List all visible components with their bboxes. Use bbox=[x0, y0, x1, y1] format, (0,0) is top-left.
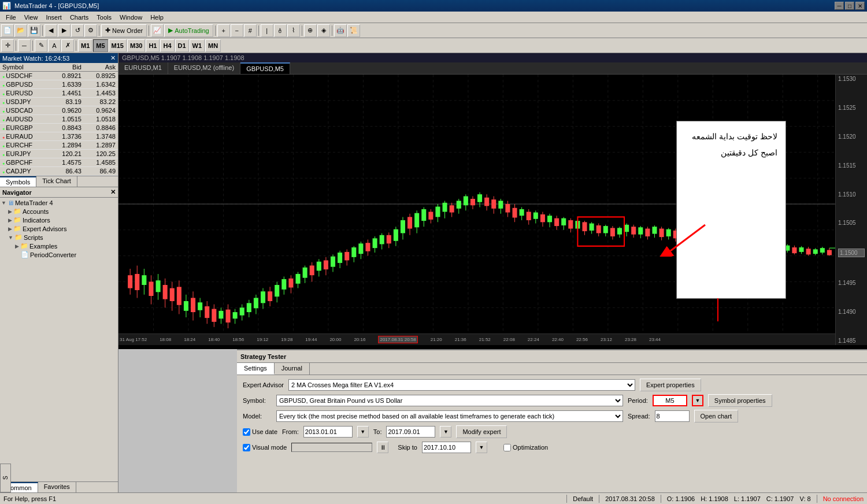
toolbar-line-btn[interactable]: ⌇ bbox=[287, 24, 300, 37]
close-button[interactable]: ✕ bbox=[855, 2, 865, 10]
market-watch-row[interactable]: ●GBPUSD 1.6339 1.6342 bbox=[0, 80, 118, 89]
market-watch-row[interactable]: ●CADJPY 86.43 86.49 bbox=[0, 167, 118, 176]
autotrading-button[interactable]: ▶ AutoTrading bbox=[164, 24, 213, 37]
symbol-selector[interactable]: GBPUSD, Great Britain Pound vs US Dollar bbox=[276, 395, 623, 406]
spread-input[interactable] bbox=[655, 410, 690, 422]
market-watch-row[interactable]: ●EURCHF 1.2894 1.2897 bbox=[0, 141, 118, 150]
market-watch-close[interactable]: ✕ bbox=[110, 54, 116, 62]
tf-w1[interactable]: W1 bbox=[190, 39, 205, 52]
market-watch-row[interactable]: ●EURAUD 1.3736 1.3748 bbox=[0, 132, 118, 141]
toolbar-tpl-btn[interactable]: ◈ bbox=[317, 24, 330, 37]
navigator-tree-item[interactable]: 📄PeriodConverter bbox=[1, 250, 117, 259]
market-watch-row[interactable]: ●GBPCHF 1.4575 1.4585 bbox=[0, 158, 118, 167]
navigator-tree-item[interactable]: ▶📁Examples bbox=[1, 242, 117, 250]
open-chart-button[interactable]: Open chart bbox=[694, 410, 738, 423]
model-selector[interactable]: Every tick (the most precise method base… bbox=[276, 410, 623, 422]
tab-eurusd-m2[interactable]: EURUSD,M2 (offline) bbox=[168, 62, 240, 74]
chart-symbol-info: GBPUSD,M5 1.1907 1.1908 1.1907 1.1908 bbox=[122, 54, 244, 61]
menu-help[interactable]: Help bbox=[147, 13, 167, 22]
tf-mn[interactable]: MN bbox=[205, 39, 221, 52]
market-watch-row[interactable]: ●USDCHF 0.8921 0.8925 bbox=[0, 72, 118, 80]
visual-mode-checkbox[interactable] bbox=[243, 444, 250, 451]
toolbar-fwd-btn[interactable]: ▶ bbox=[58, 24, 71, 37]
toolbar-zoom-out-btn[interactable]: − bbox=[231, 24, 243, 37]
modify-expert-button[interactable]: Modify expert bbox=[456, 425, 507, 438]
menu-insert[interactable]: Insert bbox=[42, 13, 65, 22]
skip-to-input[interactable] bbox=[422, 442, 471, 453]
tab-favorites[interactable]: Favorites bbox=[38, 482, 76, 492]
toolbar-expert-btn[interactable]: 🤖 bbox=[334, 24, 347, 37]
market-watch-row[interactable]: ●AUDUSD 1.0515 1.0518 bbox=[0, 115, 118, 124]
toolbar-open-btn[interactable]: 📂 bbox=[14, 24, 27, 37]
toolbar-new-btn[interactable]: 📄 bbox=[1, 24, 14, 37]
toolbar-chart-btn[interactable]: 📈 bbox=[151, 24, 164, 37]
menu-view[interactable]: View bbox=[21, 13, 42, 22]
tf-m1[interactable]: M1 bbox=[78, 39, 92, 52]
menu-window[interactable]: Window bbox=[116, 13, 146, 22]
tf-m5[interactable]: M5 bbox=[93, 39, 108, 52]
toolbar-grid-btn[interactable]: # bbox=[244, 24, 257, 37]
chart-canvas[interactable]: 1.1530 1.1525 1.1520 1.1515 1.1510 1.150… bbox=[118, 75, 867, 345]
navigator-close[interactable]: ✕ bbox=[110, 188, 116, 196]
tf-h1[interactable]: H1 bbox=[146, 39, 160, 52]
text-btn[interactable]: A bbox=[48, 39, 61, 52]
tab-settings[interactable]: Settings bbox=[237, 363, 275, 375]
toolbar-prev-btn[interactable]: ◀ bbox=[45, 24, 57, 37]
tab-eurusd-m1[interactable]: EURUSD,M1 bbox=[118, 62, 168, 74]
menu-file[interactable]: File bbox=[2, 13, 20, 22]
toolbar-zoom-in-btn[interactable]: + bbox=[217, 24, 230, 37]
toolbar-period-btn[interactable]: ⊕ bbox=[304, 24, 317, 37]
draw-btn[interactable]: ✎ bbox=[35, 39, 47, 52]
navigator-tree-item[interactable]: ▼🖥MetaTrader 4 bbox=[1, 199, 117, 207]
maximize-button[interactable]: □ bbox=[845, 2, 854, 10]
toolbar-candle-btn[interactable]: 🕯 bbox=[274, 24, 287, 37]
crosshair-btn[interactable]: ✛ bbox=[1, 39, 14, 52]
minimize-button[interactable]: ─ bbox=[835, 2, 844, 10]
toolbar-save-btn[interactable]: 💾 bbox=[28, 24, 40, 37]
navigator-tree-item[interactable]: ▼📁Scripts bbox=[1, 233, 117, 242]
tab-gbpusd-m5[interactable]: GBPUSD,M5 bbox=[240, 62, 290, 74]
tf-d1[interactable]: D1 bbox=[175, 39, 189, 52]
navigator-tree-item[interactable]: ▶📁Accounts bbox=[1, 207, 117, 216]
skip-to-picker[interactable]: ▼ bbox=[476, 442, 487, 453]
market-watch-row[interactable]: ●USDCAD 0.9620 0.9624 bbox=[0, 106, 118, 115]
period-input[interactable] bbox=[653, 395, 687, 406]
tf-h4[interactable]: H4 bbox=[160, 39, 174, 52]
menu-charts[interactable]: Charts bbox=[66, 13, 92, 22]
toolbar-ref-btn[interactable]: ↺ bbox=[71, 24, 84, 37]
tf-m30[interactable]: M30 bbox=[127, 39, 145, 52]
market-watch-row[interactable]: ●EURUSD 1.4451 1.4453 bbox=[0, 89, 118, 98]
period-dropdown-btn[interactable]: ▼ bbox=[692, 395, 703, 406]
tab-journal[interactable]: Journal bbox=[275, 363, 310, 375]
use-date-checkbox[interactable] bbox=[243, 428, 250, 436]
ea-selector[interactable]: 2 MA Crosses Mega filter EA V1.ex4 bbox=[288, 379, 635, 391]
title-bar-text: MetaTrader 4 - [GBPUSD,M5] bbox=[14, 2, 99, 9]
delete-btn[interactable]: ✗ bbox=[61, 39, 74, 52]
from-date-input[interactable] bbox=[303, 426, 353, 438]
tab-symbols[interactable]: Symbols bbox=[0, 176, 36, 187]
market-watch-row[interactable]: ●EURJPY 120.21 120.25 bbox=[0, 150, 118, 158]
pause-button[interactable]: ⏸ bbox=[377, 442, 388, 453]
optimization-checkbox[interactable] bbox=[503, 444, 511, 451]
to-date-picker[interactable]: ▼ bbox=[440, 426, 451, 438]
new-order-button[interactable]: ✚ New Order bbox=[101, 24, 147, 37]
mw-symbol: ●EURGBP bbox=[0, 124, 50, 132]
toolbar-bar-btn[interactable]: | bbox=[261, 24, 273, 37]
mw-ask: 120.25 bbox=[84, 150, 118, 158]
period-label: Period: bbox=[628, 397, 648, 404]
right-area: GBPUSD,M5 1.1907 1.1908 1.1907 1.1908 EU… bbox=[118, 53, 867, 492]
to-date-input[interactable] bbox=[386, 426, 435, 438]
expert-properties-button[interactable]: Expert properties bbox=[640, 379, 701, 391]
navigator-tree-item[interactable]: ▶📁Expert Advisors bbox=[1, 224, 117, 233]
toolbar-script-btn[interactable]: 📜 bbox=[347, 24, 360, 37]
symbol-properties-button[interactable]: Symbol properties bbox=[708, 394, 772, 407]
from-date-picker[interactable]: ▼ bbox=[357, 426, 369, 438]
toolbar-prop-btn[interactable]: ⚙ bbox=[84, 24, 97, 37]
market-watch-row[interactable]: ●EURGBP 0.8843 0.8846 bbox=[0, 124, 118, 132]
tab-tick-chart[interactable]: Tick Chart bbox=[36, 176, 77, 187]
tf-m15[interactable]: M15 bbox=[109, 39, 127, 52]
navigator-tree-item[interactable]: ▶📁Indicators bbox=[1, 216, 117, 224]
menu-tools[interactable]: Tools bbox=[93, 13, 115, 22]
line-tool-btn[interactable]: ─ bbox=[18, 39, 31, 52]
market-watch-row[interactable]: ●USDJPY 83.19 83.22 bbox=[0, 98, 118, 106]
